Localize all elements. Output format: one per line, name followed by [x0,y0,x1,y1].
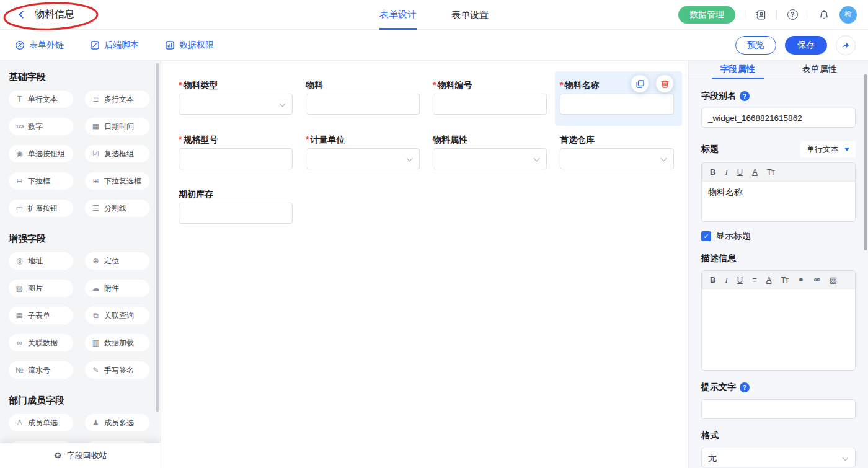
panel-scrollbar[interactable] [864,74,867,250]
alias-help-icon[interactable] [740,91,750,101]
data-manage-button[interactable]: 数据管理 [678,6,735,24]
field-type-label: 数字 [28,121,43,132]
image-icon[interactable]: ▨ [830,276,837,284]
alias-input[interactable] [701,108,856,128]
hint-label-row: 提示文字 [701,382,856,393]
field-type-pill[interactable]: ▥ 数据加载 [85,334,149,351]
field-type-pill[interactable]: ☁ 附件 [85,280,149,297]
field-label: 物料属性 [433,135,467,144]
panel-tab[interactable]: 表单属性 [794,61,846,79]
field-type-pill[interactable]: ♟ 成员多选 [85,414,149,431]
unlink-icon[interactable]: ⚮ [813,276,820,284]
chevron-down-icon [534,156,540,162]
format-value: 无 [708,453,717,462]
panel-tab[interactable]: 字段属性 [712,61,764,79]
field-control[interactable] [433,94,547,115]
field-label-row: 期初库存 [179,187,294,201]
link-icon[interactable]: ⚭ [797,276,804,284]
align-icon[interactable]: ≡ [752,276,757,284]
field-control[interactable] [560,94,674,115]
form-field[interactable]: 物料名称 [555,71,682,126]
field-type-pill[interactable]: T 单行文本 [9,91,73,108]
field-label-row: 物料类型 [179,77,294,92]
desc-editor: BIU≡ATт⚭⚮▨ [701,270,856,371]
contacts-icon[interactable] [755,9,767,21]
form-field[interactable]: 物料 [301,71,428,126]
field-type-pill[interactable]: ☰ 分割线 [85,200,149,217]
bold-icon[interactable]: B [710,168,715,176]
field-type-pill[interactable]: ♙ 成员单选 [9,414,73,431]
field-type-pill[interactable]: ▨ 图片 [9,280,73,297]
back-button[interactable] [15,9,27,21]
color-icon[interactable]: A [752,168,758,176]
field-type-icon: ◎ [15,257,24,265]
field-type-pill[interactable]: ⊟ 下拉框 [9,172,73,190]
form-design-canvas: 物料类型 [161,61,688,468]
form-field[interactable]: 计量单位 [301,126,428,180]
italic-icon[interactable]: I [725,168,727,176]
backend-script-button[interactable]: 后端脚本 [90,40,139,51]
header-tab[interactable]: 表单设置 [451,0,489,30]
field-type-pill[interactable]: ⊕ 定位 [85,252,149,270]
form-toolbar: 表单外链 后端脚本 数据权限 预览 保存 [0,30,868,61]
field-control[interactable] [306,94,420,115]
field-type-pill[interactable]: 123 数字 [9,118,73,135]
help-icon[interactable] [786,9,799,21]
field-control[interactable] [560,148,674,169]
hint-input[interactable] [701,399,856,419]
field-recycle-bin[interactable]: ♻ 字段回收站 [0,443,161,468]
title-editor-content[interactable]: 物料名称 [702,182,855,221]
title-type-dropdown[interactable]: 单行文本 [800,141,856,157]
field-type-pill[interactable]: ✎ 手写签名 [85,361,149,379]
fontsize-icon[interactable]: Tт [767,168,774,176]
fontsize-icon[interactable]: Tт [781,276,788,284]
field-type-pill[interactable]: ☑ 复选框组 [85,145,149,162]
field-type-pill[interactable]: ▤ 子表单 [9,307,73,324]
field-type-pill[interactable]: ◎ 地址 [9,252,73,270]
data-permission-button[interactable]: 数据权限 [165,40,214,51]
bell-icon[interactable] [818,9,830,21]
hint-help-icon[interactable] [740,382,750,392]
field-control[interactable] [433,148,547,169]
external-link-button[interactable]: 表单外链 [15,40,64,51]
field-control[interactable] [179,94,293,115]
form-field[interactable]: 规格型号 [174,126,301,180]
form-field[interactable]: 物料编号 [428,71,555,126]
underline-icon[interactable]: U [737,168,743,176]
form-field[interactable]: 物料属性 [428,126,555,180]
field-type-pill[interactable]: № 流水号 [9,361,73,379]
italic-icon[interactable]: I [725,276,727,284]
underline-icon[interactable]: U [737,276,743,284]
avatar[interactable]: 检 [839,6,857,24]
show-title-checkbox[interactable] [701,231,711,241]
field-control[interactable] [179,148,293,169]
field-control[interactable] [179,203,293,224]
field-type-pill[interactable]: ⊞ 下拉复选框 [85,172,149,190]
copy-field-button[interactable] [631,75,649,92]
field-type-pill[interactable]: ◉ 单选按钮组 [9,145,73,162]
page-title[interactable]: 物料信息 [35,8,74,24]
desc-editor-content[interactable] [702,289,855,370]
field-type-pill[interactable]: ∞ 关联数据 [9,334,73,351]
bold-icon[interactable]: B [710,276,715,284]
color-icon[interactable]: A [766,276,772,284]
form-field[interactable]: 首选仓库 [555,126,682,180]
field-type-icon: ⧉ [91,311,100,320]
form-field[interactable]: 期初库存 [174,180,301,235]
field-type-pill[interactable]: ▦ 日期时间 [85,118,149,135]
field-type-pill[interactable]: ⧉ 关联查询 [85,307,149,324]
app-window: 物料信息 表单设计表单设置 数据管理 [0,0,868,468]
form-field[interactable]: 物料类型 [174,71,301,126]
field-type-label: 下拉复选框 [104,176,141,187]
properties-panel: 字段属性表单属性 字段别名 标题 单行文本 BIU [688,61,868,468]
field-type-pill[interactable]: ▭ 扩展按钮 [9,200,73,217]
field-control[interactable] [306,148,420,169]
format-select[interactable]: 无 [701,448,856,467]
field-type-pill[interactable]: ≣ 多行文本 [85,91,149,108]
delete-field-button[interactable] [656,75,673,92]
preview-button[interactable]: 预览 [735,36,776,55]
share-button[interactable] [836,35,856,55]
sidebar-scrollbar[interactable] [156,63,159,412]
header-tab[interactable]: 表单设计 [379,0,417,30]
save-button[interactable]: 保存 [785,36,827,55]
